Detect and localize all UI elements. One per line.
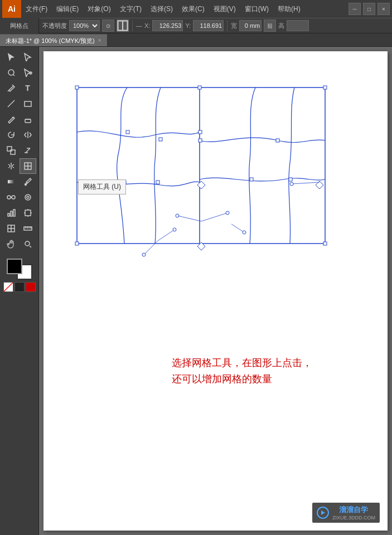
svg-line-63 (292, 182, 320, 184)
svg-rect-26 (8, 213, 9, 216)
width-tool[interactable] (3, 158, 20, 174)
menu-effect[interactable]: 效果(C) (177, 0, 209, 18)
svg-rect-13 (11, 150, 15, 154)
svg-point-24 (25, 194, 31, 200)
tab-close-btn[interactable]: × (98, 35, 101, 47)
opacity-options[interactable]: ⊙ (102, 20, 114, 32)
menu-edit[interactable]: 编辑(E) (52, 0, 83, 18)
graph-tool[interactable] (3, 205, 20, 221)
menu-file[interactable]: 文件(F) (21, 0, 52, 18)
play-icon (317, 507, 329, 519)
svg-rect-69 (323, 86, 327, 89)
svg-rect-28 (13, 210, 15, 216)
blend-tool[interactable] (3, 189, 20, 205)
svg-rect-48 (159, 138, 162, 141)
scale-tool[interactable] (3, 143, 20, 158)
opacity-icon2[interactable] (117, 20, 129, 32)
pen-tool[interactable] (3, 80, 20, 96)
canvas-area: 网格工具 (U) (39, 47, 392, 535)
main-area: T (0, 47, 392, 535)
svg-line-55 (158, 230, 175, 241)
svg-point-57 (142, 253, 146, 256)
svg-line-59 (201, 213, 228, 221)
window-close[interactable]: × (378, 3, 390, 15)
menu-window[interactable]: 窗口(W) (240, 0, 273, 18)
hand-tool[interactable] (3, 236, 20, 252)
ai-logo: Ai (2, 0, 21, 18)
white-canvas: 网格工具 (U) (43, 51, 388, 531)
color-swatches[interactable] (7, 259, 32, 280)
slice-tool[interactable] (3, 221, 20, 236)
symbol-tool[interactable] (20, 189, 36, 205)
foreground-color[interactable] (7, 259, 22, 274)
opacity-select[interactable]: 100% (69, 20, 100, 31)
svg-rect-45 (77, 87, 325, 244)
artboard-tool[interactable] (20, 205, 36, 221)
document-tab[interactable]: 未标题-1* @ 100% (CMYK/预览) × (0, 34, 108, 46)
group-select-tool[interactable] (20, 65, 36, 80)
svg-rect-71 (323, 242, 327, 245)
ruler-tool[interactable] (20, 221, 36, 236)
svg-point-62 (176, 214, 179, 217)
svg-line-65 (231, 224, 244, 232)
window-minimize[interactable]: ─ (349, 3, 361, 15)
svg-rect-51 (276, 139, 279, 142)
x-label: X: (144, 22, 150, 29)
svg-point-25 (27, 196, 29, 198)
none-color[interactable] (3, 282, 13, 292)
svg-rect-49 (199, 130, 202, 134)
lasso-tool[interactable] (3, 65, 20, 80)
eyedropper-tool[interactable] (20, 174, 36, 189)
svg-line-3 (13, 75, 14, 76)
annotation-text: 选择网格工具，在图形上点击， 还可以增加网格的数量 (172, 355, 312, 387)
menu-object[interactable]: 对象(O) (83, 0, 115, 18)
opacity-label: 不透明度 (42, 22, 67, 30)
window-restore[interactable]: □ (363, 3, 375, 15)
height-input[interactable] (287, 20, 309, 31)
zoom-tool[interactable] (20, 236, 36, 252)
svg-rect-70 (75, 242, 79, 245)
svg-point-58 (173, 228, 176, 231)
svg-rect-7 (25, 101, 31, 106)
width-label: 宽 (231, 22, 237, 30)
link-proportions[interactable]: ⛓ (264, 20, 276, 32)
tab-bar: 未标题-1* @ 100% (CMYK/预览) × (0, 33, 392, 47)
reflect-tool[interactable] (20, 127, 36, 143)
direct-select-tool[interactable] (20, 49, 36, 65)
svg-point-64 (290, 182, 293, 186)
shear-tool[interactable] (20, 143, 36, 158)
svg-point-61 (226, 211, 229, 215)
svg-rect-68 (198, 86, 201, 89)
black-color[interactable] (14, 282, 25, 292)
mesh-tool[interactable] (20, 158, 36, 174)
svg-rect-67 (75, 86, 79, 89)
x-input[interactable] (152, 20, 183, 31)
width-input[interactable] (239, 20, 262, 31)
svg-line-56 (144, 241, 158, 255)
watermark-text: 溜溜自学 ZIXUE.3DDD.COM (332, 505, 375, 521)
svg-rect-9 (25, 119, 31, 123)
menu-text[interactable]: 文字(T) (115, 0, 146, 18)
menu-select[interactable]: 选择(S) (146, 0, 177, 18)
line-tool[interactable] (3, 96, 20, 111)
svg-rect-72 (123, 181, 126, 184)
rect-tool[interactable] (20, 96, 36, 111)
select-tool[interactable] (3, 49, 20, 65)
menu-view[interactable]: 视图(V) (209, 0, 240, 18)
svg-rect-50 (199, 139, 202, 142)
red-color[interactable] (26, 282, 36, 292)
rotate-tool[interactable] (3, 127, 20, 143)
mesh-drawing (71, 82, 331, 349)
pencil-tool[interactable] (3, 111, 20, 127)
grid-point-label: 网格点 (0, 18, 39, 33)
gradient-tool[interactable] (3, 174, 20, 189)
menu-help[interactable]: 帮助(H) (273, 0, 305, 18)
svg-point-20 (25, 184, 26, 186)
eraser-tool[interactable] (20, 111, 36, 127)
y-input[interactable] (193, 20, 224, 31)
svg-point-42 (25, 241, 30, 246)
watermark: 溜溜自学 ZIXUE.3DDD.COM (312, 503, 380, 523)
svg-point-2 (8, 70, 14, 75)
left-toolbar: T (0, 47, 39, 535)
type-tool[interactable]: T (20, 80, 36, 96)
